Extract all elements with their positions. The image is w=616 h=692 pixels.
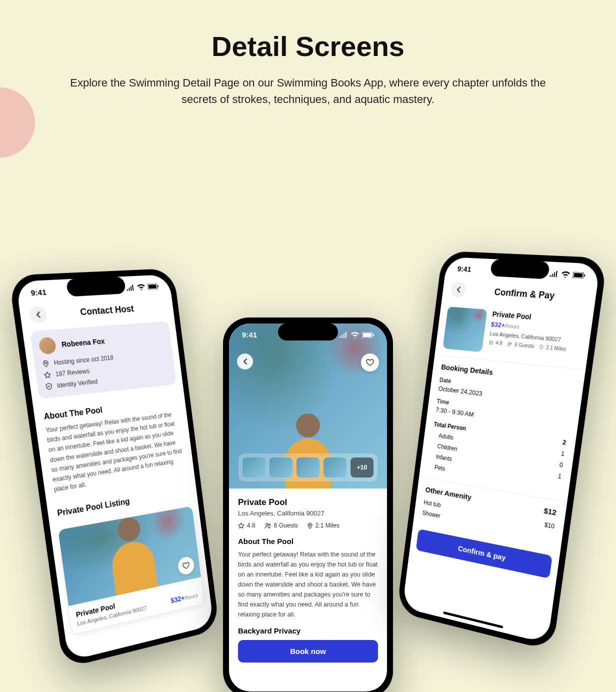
shield-icon	[44, 382, 54, 391]
guests-icon	[264, 522, 272, 529]
back-button[interactable]	[450, 282, 466, 298]
chevron-left-icon	[456, 286, 461, 292]
shower-label: Shower	[422, 510, 440, 520]
back-button[interactable]	[237, 354, 253, 370]
thumbnail[interactable]	[296, 458, 320, 478]
phone-notch	[66, 276, 126, 297]
star-icon	[488, 340, 494, 345]
pets-label: Pets	[434, 464, 446, 472]
thumbnail-strip: +10	[238, 454, 378, 482]
listing-card[interactable]: Private Pool Los Angeles, California 900…	[58, 506, 205, 635]
svg-rect-2	[158, 285, 158, 287]
battery-icon	[147, 283, 158, 290]
hero-image: 9:41	[229, 324, 387, 488]
star-icon	[43, 370, 52, 380]
page-title: Detail Screens	[40, 30, 576, 62]
book-now-button[interactable]: Book now	[238, 640, 378, 662]
wifi-icon	[561, 271, 570, 278]
svg-point-7	[266, 523, 268, 525]
signal-icon	[549, 270, 559, 277]
location-icon	[307, 522, 313, 529]
thumbnail[interactable]	[242, 458, 266, 478]
distance-stat: 2.1 Miles	[307, 522, 340, 529]
battery-icon	[572, 272, 586, 278]
guests-stat: 6 Guests	[264, 522, 298, 529]
listing-price: $32+	[170, 594, 185, 605]
rating-stat: 4.8	[238, 522, 256, 529]
chevron-left-icon	[243, 358, 247, 364]
thumbnail[interactable]	[324, 458, 346, 478]
about-pool-text: Your perfect getaway! Relax with the sou…	[238, 550, 378, 620]
svg-rect-11	[574, 272, 583, 277]
thumbnail[interactable]	[270, 458, 292, 478]
heart-icon	[366, 359, 374, 366]
reviews-count: 187 Reviews	[55, 368, 90, 378]
heart-icon	[182, 562, 190, 570]
total-person-value: 2	[562, 438, 566, 446]
favorite-button[interactable]	[177, 556, 195, 576]
about-pool-heading: About The Pool	[238, 537, 378, 546]
signal-icon	[126, 284, 135, 291]
battery-icon	[362, 332, 374, 338]
guests-icon	[506, 342, 512, 347]
infants-value: 1	[558, 472, 562, 480]
host-name: Robeena Fox	[61, 337, 105, 348]
rating-stat: 4.8	[488, 340, 503, 346]
summary-price-unit: /hours	[504, 322, 520, 330]
location-icon	[41, 359, 50, 368]
summary-image	[442, 306, 487, 352]
svg-point-13	[508, 342, 510, 344]
svg-rect-1	[148, 284, 156, 288]
phone-notch	[278, 324, 338, 340]
privacy-heading: Backyard Privacy	[238, 626, 378, 635]
children-label: Children	[437, 442, 458, 452]
header-title: Confirm & Pay	[465, 285, 587, 304]
infants-label: Infants	[436, 454, 452, 463]
children-value: 0	[559, 462, 564, 469]
status-icons	[339, 332, 374, 338]
host-avatar[interactable]	[38, 337, 56, 355]
status-icons	[549, 270, 586, 278]
svg-rect-12	[584, 274, 586, 276]
status-time: 9:41	[242, 330, 257, 339]
host-card: Robeena Fox Hosting since oct 2018 187 R…	[30, 321, 176, 399]
back-button[interactable]	[28, 306, 47, 324]
amenity-total: $12	[544, 506, 557, 517]
svg-rect-5	[363, 333, 372, 337]
summary-price: $32+	[490, 320, 506, 329]
home-indicator	[443, 612, 503, 628]
status-icons	[126, 283, 159, 290]
svg-point-3	[44, 362, 47, 364]
phone-contact-host: 9:41 Contact Host Robeena Fox	[8, 268, 220, 669]
page-subtitle: Explore the Swimming Detail Page on our …	[63, 74, 553, 108]
location-icon	[538, 344, 544, 350]
header-title: Contact Host	[46, 302, 166, 320]
hottub-label: Hot tub	[424, 499, 442, 509]
status-time: 9:41	[457, 264, 472, 274]
svg-point-9	[309, 524, 310, 526]
adults-value: 1	[560, 450, 565, 458]
phone-detail: 9:41	[223, 318, 393, 692]
more-thumbnails[interactable]: +10	[350, 458, 374, 478]
svg-point-14	[510, 342, 512, 344]
identity-verified: Identity Verified	[56, 378, 98, 390]
hosting-since: Hosting since oct 2018	[54, 354, 114, 366]
pool-title: Private Pool	[238, 498, 378, 508]
distance-stat: 2.1 Miles	[538, 344, 566, 352]
listing-price-unit: /hours	[184, 592, 198, 601]
about-pool-text: Your perfect getaway! Relax with the sou…	[45, 410, 186, 495]
favorite-button[interactable]	[361, 354, 379, 372]
status-time: 9:41	[30, 288, 47, 297]
pool-location: Los Angeles, California 90027	[238, 510, 378, 517]
guests-stat: 6 Guests	[506, 341, 534, 349]
hottub-value: $10	[544, 521, 555, 530]
phone-confirm-pay: 9:41 Confirm & Pay Private Pool $32+/hou…	[396, 251, 608, 652]
svg-point-8	[268, 524, 270, 525]
star-icon	[238, 522, 244, 529]
adults-label: Adults	[438, 432, 454, 441]
chevron-left-icon	[36, 312, 40, 318]
phone-notch	[490, 259, 550, 280]
wifi-icon	[351, 332, 359, 338]
signal-icon	[339, 332, 348, 338]
wifi-icon	[137, 284, 145, 290]
